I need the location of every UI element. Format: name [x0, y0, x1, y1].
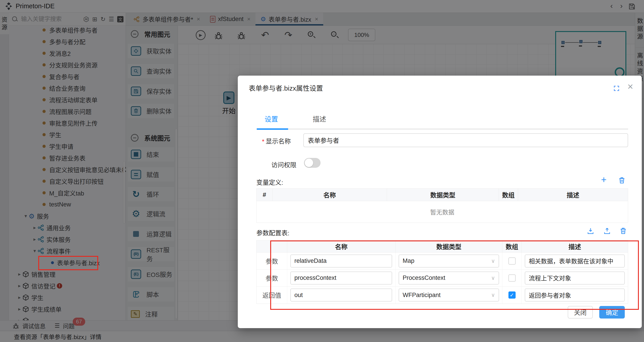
param-type-select[interactable]: ProcessContext∨	[398, 272, 499, 284]
access-toggle[interactable]	[304, 158, 320, 168]
chevron-down-icon: ∨	[491, 258, 495, 264]
variables-table-header: # 名称 数据类型 数组 描述	[256, 188, 628, 201]
param-row: 返回值 out WFParticipant∨ ✓ 返回参与者对象	[256, 286, 628, 304]
param-row: 参数 processContext ProcessContext∨ 流程上下文对…	[256, 270, 628, 286]
params-table: 名称 数据类型 数组 描述 参数 relativeData Map∨ 相关数据，…	[256, 240, 628, 304]
params-table-header: 名称 数据类型 数组 描述	[256, 240, 628, 252]
toggle-knob	[305, 158, 313, 167]
dialog-tab-settings[interactable]: 设置	[264, 114, 278, 124]
dialog-tab-description[interactable]: 描述	[313, 114, 326, 124]
dialog-title: 表单参与者.bizx属性设置	[249, 83, 323, 92]
close-icon[interactable]: ×	[628, 81, 633, 92]
param-name-input[interactable]: processContext	[290, 272, 392, 284]
chevron-down-icon: ∨	[491, 275, 495, 281]
param-desc-input[interactable]: 相关数据，表单数据在该对象中	[525, 254, 625, 268]
export-params-icon[interactable]	[603, 227, 611, 235]
import-params-icon[interactable]	[587, 227, 594, 235]
fullscreen-icon[interactable]	[613, 85, 620, 92]
app-window: Primeton-IDE ‹ › 资源 ⬡AI ⊞ ↻ ☰ 文 多表单组件参与者…	[0, 0, 644, 342]
variables-table: # 名称 数据类型 数组 描述 暂无数据	[256, 188, 628, 223]
properties-dialog: 表单参与者.bizx属性设置 × 设置 描述 *显示名称 访问权限 变量定义: …	[238, 76, 642, 328]
chevron-down-icon: ∨	[491, 292, 495, 298]
close-button[interactable]: 关闭	[568, 306, 593, 318]
array-checkbox[interactable]	[508, 274, 516, 282]
variables-section-label: 变量定义:	[256, 178, 283, 186]
dialog-tab-track	[256, 128, 628, 130]
empty-placeholder: 暂无数据	[256, 201, 628, 222]
add-variable-icon[interactable]: +	[601, 176, 607, 184]
array-checkbox[interactable]	[508, 258, 516, 264]
array-checkbox-checked[interactable]: ✓	[508, 292, 516, 298]
param-name-input[interactable]: out	[290, 288, 392, 302]
param-type-select[interactable]: Map∨	[398, 254, 499, 268]
param-desc-input[interactable]: 返回参与者对象	[525, 288, 625, 302]
param-row: 参数 relativeData Map∨ 相关数据，表单数据在该对象中	[256, 252, 628, 270]
delete-param-icon[interactable]	[620, 227, 627, 235]
param-desc-input[interactable]: 流程上下文对象	[525, 272, 625, 284]
required-asterisk: *	[262, 138, 264, 145]
access-label: 访问权限	[271, 160, 296, 169]
param-name-input[interactable]: relativeData	[290, 254, 392, 268]
display-name-label: *显示名称	[262, 136, 291, 146]
param-type-select[interactable]: WFParticipant∨	[398, 288, 499, 302]
delete-variable-icon[interactable]	[618, 177, 626, 184]
ok-button[interactable]: 确定	[599, 306, 625, 318]
active-tab-indicator	[257, 128, 288, 130]
params-section-label: 参数配置表:	[256, 228, 290, 237]
display-name-input[interactable]	[303, 133, 628, 147]
